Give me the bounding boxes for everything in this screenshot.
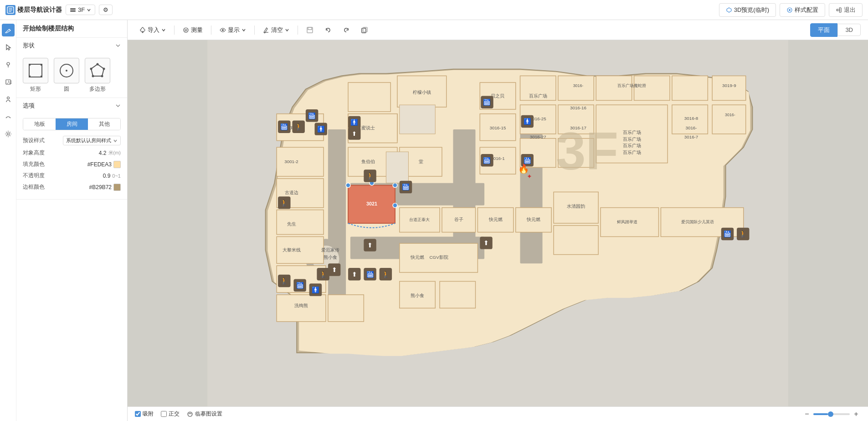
options-section-header[interactable]: 选项 [16, 98, 127, 113]
svg-text:洗绚熊: 洗绚熊 [294, 303, 308, 308]
tab-room[interactable]: 房间 [56, 118, 88, 130]
save-button[interactable] [302, 25, 318, 36]
svg-text:百乐广场: 百乐广场 [623, 150, 641, 155]
ortho-checkbox[interactable]: 正交 [161, 410, 180, 418]
opacity-row: 不透明度 0.9 0~1 [23, 172, 121, 180]
svg-point-28 [101, 75, 103, 77]
svg-text:🚶: 🚶 [382, 271, 390, 278]
opacity-value: 0.9 [103, 173, 111, 179]
svg-text:🚶: 🚶 [739, 230, 747, 238]
svg-text:爱厄家传: 爱厄家传 [321, 247, 339, 252]
preset-chevron-icon [113, 139, 118, 143]
3d-icon [726, 7, 732, 13]
exit-button[interactable]: 退出 [829, 3, 863, 17]
svg-rect-5 [70, 10, 76, 10]
svg-rect-64 [348, 82, 390, 112]
zoom-slider[interactable] [813, 413, 850, 415]
options-content: 地板 房间 其他 预设样式 系统默认认房间样式 对象高度 4.2 [16, 113, 127, 199]
svg-text:3016-7: 3016-7 [684, 134, 699, 139]
shape-section-header[interactable]: 形状 [16, 38, 127, 53]
import-chevron-icon [161, 28, 166, 32]
shape-circle[interactable]: 圆 [54, 58, 79, 93]
clear-button[interactable]: 清空 [258, 24, 294, 36]
3d-preview-button[interactable]: 3D预览(临时) [719, 3, 776, 17]
tool-person-button[interactable] [2, 93, 15, 106]
svg-text:⬆: ⬆ [483, 240, 489, 246]
svg-marker-25 [91, 64, 104, 76]
preset-style-row: 预设样式 系统默认认房间样式 [23, 136, 121, 145]
svg-text:🛗: 🛗 [483, 157, 491, 164]
view-flat-tab[interactable]: 平面 [810, 23, 837, 37]
import-button[interactable]: 导入 [135, 24, 170, 36]
preset-style-select[interactable]: 系统默认认房间样式 [63, 136, 121, 145]
svg-rect-19 [29, 64, 31, 66]
svg-text:快元燃: 快元燃 [526, 217, 540, 222]
svg-point-16 [7, 97, 9, 99]
view-3d-tab[interactable]: 3D [837, 24, 861, 36]
redo-button[interactable] [338, 25, 354, 36]
floor-gear-button[interactable]: ⚙ [99, 5, 113, 15]
svg-text:3F: 3F [556, 121, 618, 181]
svg-text:3001-2: 3001-2 [284, 159, 298, 164]
svg-rect-51 [277, 147, 324, 176]
adsorb-checkbox[interactable]: 吸附 [135, 410, 154, 418]
svg-text:熊小食: 熊小食 [324, 255, 337, 260]
svg-rect-69 [596, 76, 632, 100]
svg-rect-21 [29, 76, 31, 77]
tab-other[interactable]: 其他 [88, 118, 120, 130]
undo-button[interactable] [320, 25, 336, 36]
svg-text:✦: ✦ [527, 173, 532, 180]
fill-color-value-group[interactable]: #FEDEA3 [87, 161, 121, 168]
zoom-plus-button[interactable]: + [852, 410, 861, 419]
tool-settings-button[interactable] [2, 128, 15, 140]
circle-label: 圆 [64, 85, 69, 93]
display-button[interactable]: 显示 [215, 24, 251, 36]
rect-label: 矩形 [30, 85, 41, 93]
clear-chevron-icon [285, 28, 289, 32]
circle-icon [54, 58, 79, 83]
shape-polygon[interactable]: 多边形 [85, 58, 110, 93]
height-value-group: 4.2 米(m) [99, 149, 121, 156]
svg-text:3016-27: 3016-27 [530, 134, 546, 139]
shape-rect[interactable]: 矩形 [23, 58, 48, 93]
border-color-swatch[interactable] [113, 184, 121, 191]
adsorb-input[interactable] [135, 411, 141, 417]
measure-button[interactable]: 测量 [178, 24, 207, 36]
border-color-value-group[interactable]: #B29B72 [89, 184, 121, 191]
svg-point-30 [90, 68, 92, 70]
polygon-icon [85, 58, 110, 83]
svg-text:🛗: 🛗 [280, 123, 288, 131]
svg-rect-43 [328, 129, 346, 308]
svg-marker-7 [727, 8, 731, 12]
ortho-input[interactable] [161, 411, 167, 417]
map-container[interactable]: 3F 新增对象1 柠檬小镇 蜜说士 3001-2 鱼伯伯 古道边 3021 堂 … [128, 40, 868, 406]
svg-text:大黎米线: 大黎米线 [282, 247, 301, 252]
fill-color-swatch[interactable] [113, 161, 121, 168]
copy-button[interactable] [356, 25, 373, 36]
tab-floor[interactable]: 地板 [23, 118, 56, 130]
svg-rect-96 [386, 152, 408, 183]
svg-point-62 [393, 203, 397, 208]
zoom-thumb[interactable] [828, 411, 833, 417]
tool-connect-button[interactable] [2, 110, 15, 123]
tool-entry-button[interactable]: 入口 [2, 76, 15, 88]
shape-section-title: 形状 [23, 41, 35, 50]
canvas-area: 导入 测量 显示 清空 [128, 20, 868, 406]
sidebar-title: 开始绘制楼层结构 [16, 20, 127, 38]
tool-pin-button[interactable] [2, 58, 15, 71]
svg-point-29 [92, 75, 94, 77]
svg-text:3016-: 3016- [686, 125, 697, 130]
svg-text:堂: 堂 [419, 159, 423, 164]
zoom-minus-button[interactable]: − [802, 410, 812, 419]
svg-text:台道正泰大: 台道正泰大 [409, 217, 430, 222]
display-icon [220, 27, 226, 33]
tool-edit-button[interactable] [2, 24, 15, 36]
tool-cursor-button[interactable] [2, 41, 15, 54]
sep2 [211, 26, 211, 35]
measure-icon [183, 27, 189, 33]
floor-selector[interactable]: 3F [66, 5, 95, 15]
style-config-button[interactable]: 样式配置 [780, 3, 825, 17]
capture-settings[interactable]: 临摹图设置 [187, 410, 222, 418]
svg-text:CGV影院: CGV影院 [429, 255, 448, 260]
svg-point-33 [185, 29, 187, 31]
